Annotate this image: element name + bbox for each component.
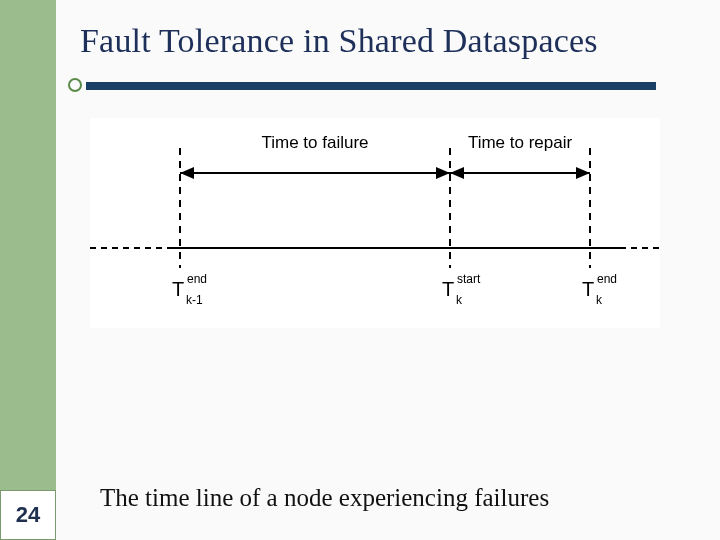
tick-base-1: T [442,278,454,300]
label-time-to-repair: Time to repair [468,133,573,152]
title-bullet-icon [68,78,82,92]
svg-marker-8 [436,167,450,179]
tick-sub-0: k-1 [186,293,203,307]
figure-caption: The time line of a node experiencing fai… [100,484,549,512]
slide-title: Fault Tolerance in Shared Dataspaces [80,22,598,60]
tick-base-2: T [582,278,594,300]
timeline-figure: Time to failure Time to repair T k-1 end… [90,118,660,328]
tick-sup-0: end [187,272,207,286]
timeline-svg: Time to failure Time to repair T k-1 end… [90,118,660,328]
svg-marker-11 [576,167,590,179]
tick-base-0: T [172,278,184,300]
title-underline [86,82,656,90]
slide-sidebar: 24 [0,0,56,540]
svg-marker-7 [180,167,194,179]
page-number-box: 24 [0,490,56,540]
tick-sup-1: start [457,272,481,286]
tick-sup-2: end [597,272,617,286]
svg-marker-10 [450,167,464,179]
label-time-to-failure: Time to failure [261,133,368,152]
tick-sub-2: k [596,293,603,307]
tick-sub-1: k [456,293,463,307]
page-number: 24 [16,502,40,528]
